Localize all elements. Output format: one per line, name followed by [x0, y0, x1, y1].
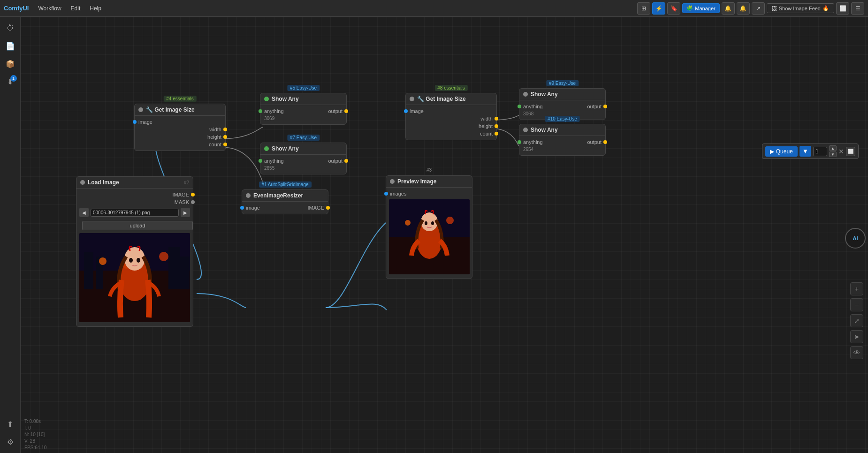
- queue-controls: ▶ Queue ▼ ▲ ▼ ✕ ⬜: [762, 143, 859, 159]
- gis4-title: 🔧 Get Image Size: [146, 106, 195, 113]
- sa5-anything-label: anything: [264, 108, 284, 114]
- queue-close-button[interactable]: ✕: [838, 148, 844, 155]
- queue-decrement-btn[interactable]: ▼: [829, 151, 837, 157]
- menu-workflow[interactable]: Workflow: [34, 3, 65, 14]
- load-image-dot: [80, 180, 85, 185]
- gis8-height-out: [495, 124, 498, 128]
- image-prev-btn[interactable]: ◀: [79, 208, 89, 217]
- sa9-badge: #9 Easy-Use: [546, 80, 579, 86]
- sidebar-settings-icon[interactable]: ⚙: [3, 434, 18, 449]
- even-image-resizer-node: #1 AutoSplitGridImage EvenImageResizer i…: [242, 189, 328, 214]
- bell2-icon-btn[interactable]: 🔔: [737, 2, 750, 15]
- svg-point-7: [99, 257, 107, 265]
- sa10-body: anything output 2654: [519, 136, 605, 155]
- menu-icon-btn[interactable]: ☰: [851, 2, 864, 15]
- pi-dot: [390, 179, 395, 184]
- pi-images-in: [384, 192, 388, 196]
- preview-image-svg: [389, 199, 470, 274]
- sa7-value: 2655: [260, 165, 346, 172]
- sa7-anything-port: anything output: [260, 157, 346, 165]
- fire-icon: 🔥: [822, 5, 829, 11]
- right-controls: + − ⤢ ➤ 👁: [850, 282, 863, 359]
- queue-dropdown-button[interactable]: ▼: [799, 146, 811, 157]
- zoom-in-button[interactable]: +: [850, 282, 863, 295]
- bell-icon-btn[interactable]: 🔔: [722, 2, 735, 15]
- gis4-image-port: image: [135, 118, 225, 126]
- sidebar-cube-icon[interactable]: 📦: [3, 56, 18, 71]
- preview-image-node: #3 Preview Image images: [386, 175, 472, 279]
- load-image-controls: ◀ 00006-3012797945 (1).png ▶: [76, 206, 193, 219]
- sa7-dot: [264, 146, 269, 151]
- sidebar-document-icon[interactable]: 📄: [3, 38, 18, 53]
- share-icon-btn[interactable]: ↗: [752, 2, 765, 15]
- show-image-feed-button[interactable]: 🖼 Show Image Feed 🔥: [767, 3, 834, 13]
- sa10-output-out: [603, 140, 607, 144]
- show-any-9-node: #9 Easy-Use Show Any anything output 306…: [519, 88, 606, 120]
- sa9-header: Show Any: [519, 89, 605, 100]
- sidebar-upload-icon[interactable]: ⬆: [3, 416, 18, 431]
- sa10-anything-label: anything: [523, 139, 543, 145]
- load-image-node: Load Image #2 IMAGE MASK ◀ 00006-3012797…: [76, 176, 193, 327]
- gis8-image-in: [404, 109, 408, 113]
- get-image-size-4-header: 🔧 Get Image Size: [135, 104, 225, 116]
- zoom-out-button[interactable]: −: [850, 298, 863, 311]
- status-n: N: 10 [10]: [24, 431, 46, 438]
- navigate-button[interactable]: ➤: [850, 330, 863, 343]
- eir-title: EvenImageResizer: [253, 192, 303, 199]
- sa5-output-out: [344, 109, 348, 113]
- sa10-anything-port: anything output: [519, 138, 605, 146]
- display-icon-btn[interactable]: ⬜: [836, 2, 849, 15]
- queue-stepper: ▲ ▼: [829, 145, 837, 157]
- app-brand: ComfyUI: [4, 5, 29, 12]
- queue-increment-btn[interactable]: ▲: [829, 145, 837, 151]
- sa7-output-out: [344, 159, 348, 163]
- sidebar-download-icon[interactable]: ⬇ 1: [3, 74, 18, 89]
- sa10-header: Show Any: [519, 124, 605, 136]
- sa9-anything-port: anything output: [519, 103, 605, 110]
- svg-point-18: [446, 217, 454, 224]
- upload-container: upload: [79, 220, 190, 231]
- gis8-title: 🔧 Get Image Size: [417, 96, 466, 102]
- gis4-height-label: height: [207, 134, 221, 140]
- manager-button[interactable]: 🧩 Manager: [682, 3, 719, 13]
- menu-help[interactable]: Help: [86, 3, 105, 14]
- gis8-count-label: count: [480, 131, 493, 136]
- get-image-size-8-node: #8 essentials 🔧 Get Image Size image wid…: [405, 93, 497, 140]
- mask-out-label: MASK: [175, 199, 189, 205]
- svg-point-21: [425, 221, 427, 225]
- gis4-height-out: [223, 135, 227, 139]
- sa9-anything-label: anything: [523, 104, 543, 109]
- eye-button[interactable]: 👁: [850, 346, 863, 359]
- pi-images-port: images: [386, 190, 472, 197]
- gis8-height-port: height: [406, 122, 496, 130]
- gis4-count-port: count: [135, 141, 225, 148]
- upload-button[interactable]: upload: [82, 221, 193, 230]
- sidebar-history-icon[interactable]: ⏱: [3, 21, 18, 36]
- status-fps: FPS:64.10: [24, 445, 46, 451]
- sa7-anything-in: [259, 159, 262, 163]
- svg-point-17: [405, 220, 411, 226]
- image-next-btn[interactable]: ▶: [181, 208, 190, 217]
- preview-image-display: [389, 199, 470, 274]
- sa7-output-label: output: [328, 158, 343, 164]
- grid-icon-btn[interactable]: ⊞: [637, 2, 650, 15]
- eir-image-in: [240, 206, 244, 210]
- eir-image-port: image IMAGE: [242, 204, 328, 211]
- load-image-title: Load Image: [88, 179, 119, 186]
- queue-number-input[interactable]: [813, 147, 827, 156]
- sa9-dot: [523, 92, 528, 97]
- fit-screen-button[interactable]: ⤢: [850, 314, 863, 327]
- svg-rect-5: [168, 247, 180, 289]
- gis8-count-out: [495, 132, 498, 136]
- preview-image-id: #3: [426, 167, 432, 173]
- lightning-icon-btn[interactable]: ⚡: [652, 2, 665, 15]
- queue-expand-button[interactable]: ⬜: [846, 147, 855, 156]
- menu-edit[interactable]: Edit: [67, 3, 84, 14]
- sidebar: ⏱ 📄 📦 ⬇ 1 ⬆ ⚙: [0, 17, 21, 453]
- pi-body: images: [386, 188, 472, 279]
- sa5-anything-port: anything output: [260, 107, 346, 115]
- queue-run-button[interactable]: ▶ Queue: [765, 146, 798, 157]
- pi-title: Preview Image: [397, 178, 436, 185]
- eir-image-out: [326, 206, 330, 210]
- bookmark-icon-btn[interactable]: 🔖: [667, 2, 680, 15]
